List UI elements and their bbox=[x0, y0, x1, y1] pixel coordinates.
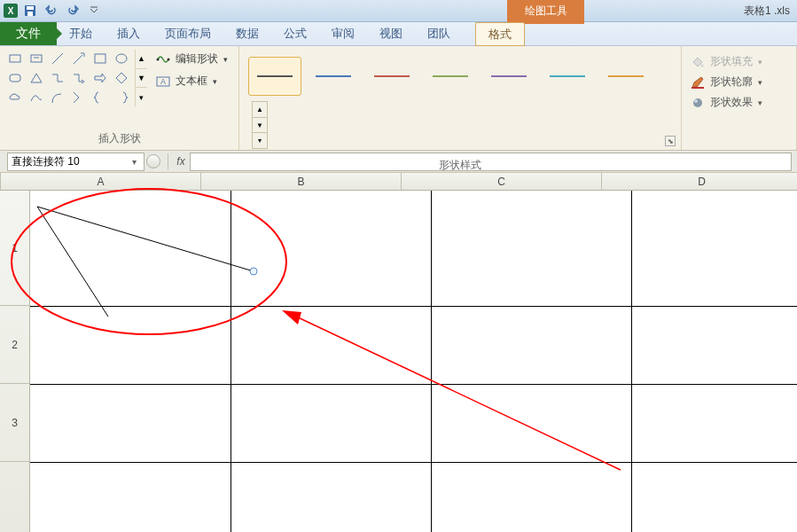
text-box-button[interactable]: A 文本框 ▾ bbox=[152, 72, 231, 90]
name-box-dropdown-icon[interactable]: ▾ bbox=[128, 157, 140, 167]
shape-brace-icon[interactable] bbox=[90, 89, 110, 106]
svg-point-18 bbox=[693, 98, 702, 107]
group-label-insert-shapes: 插入形状 bbox=[5, 129, 233, 148]
shape-textbox-icon[interactable] bbox=[27, 50, 46, 67]
svg-rect-5 bbox=[31, 55, 42, 62]
tab-insert[interactable]: 插入 bbox=[105, 22, 152, 45]
svg-point-13 bbox=[168, 58, 170, 60]
cells-area[interactable] bbox=[30, 191, 797, 532]
svg-rect-1 bbox=[27, 6, 34, 10]
shape-block-arrow-icon[interactable] bbox=[90, 69, 110, 87]
column-header[interactable]: C bbox=[402, 173, 602, 190]
row-header[interactable]: 2 bbox=[0, 306, 29, 384]
shape-diamond-icon[interactable] bbox=[112, 69, 131, 87]
edit-shape-button[interactable]: 编辑形状 ▾ bbox=[152, 50, 231, 68]
shapes-gallery[interactable] bbox=[5, 50, 131, 106]
tab-data[interactable]: 数据 bbox=[223, 22, 271, 45]
shape-outline-button[interactable]: 形状轮廓 ▾ bbox=[687, 72, 791, 92]
tab-review[interactable]: 审阅 bbox=[319, 22, 367, 45]
style-thumb[interactable] bbox=[248, 57, 301, 96]
shape-fill-button[interactable]: 形状填充 ▾ bbox=[687, 51, 791, 72]
gallery-spinner: ▲▼▾ bbox=[252, 101, 268, 149]
svg-rect-4 bbox=[10, 55, 20, 62]
style-thumb[interactable] bbox=[541, 57, 594, 96]
save-button[interactable] bbox=[21, 2, 39, 20]
redo-button[interactable] bbox=[64, 2, 82, 20]
gallery-up[interactable]: ▲ bbox=[253, 102, 267, 118]
shape-rectangle-icon[interactable] bbox=[5, 50, 25, 67]
tab-team[interactable]: 团队 bbox=[415, 22, 463, 45]
svg-rect-11 bbox=[10, 74, 20, 82]
shapes-scroll-down[interactable]: ▼ bbox=[136, 68, 147, 88]
title-bar: X 绘图工具 表格1 .xls bbox=[0, 0, 797, 22]
ribbon-tabs: 文件 开始 插入 页面布局 数据 公式 审阅 视图 团队 格式 bbox=[0, 22, 797, 46]
svg-line-8 bbox=[74, 55, 82, 64]
chevron-down-icon: ▾ bbox=[758, 98, 762, 107]
quick-access-toolbar bbox=[21, 2, 103, 20]
shape-cloud-icon[interactable] bbox=[5, 89, 25, 106]
effects-icon bbox=[691, 96, 705, 110]
column-header[interactable]: D bbox=[602, 173, 797, 190]
document-title: 表格1 .xls bbox=[744, 4, 790, 19]
shape-bracket-icon[interactable] bbox=[112, 89, 131, 106]
shape-arrow-icon[interactable] bbox=[69, 50, 89, 67]
tab-format[interactable]: 格式 bbox=[475, 22, 525, 47]
select-all-button[interactable] bbox=[0, 173, 1, 190]
shapes-scroll-up[interactable]: ▲ bbox=[136, 50, 147, 68]
shape-triangle-icon[interactable] bbox=[27, 69, 46, 87]
shape-styles-gallery[interactable]: ▲▼▾ bbox=[245, 50, 676, 156]
svg-rect-2 bbox=[27, 12, 33, 16]
svg-point-19 bbox=[694, 99, 698, 103]
name-box[interactable]: 直接连接符 10 ▾ bbox=[7, 153, 145, 171]
shape-effects-button[interactable]: 形状效果 ▾ bbox=[687, 92, 791, 113]
shape-rounded-rect-icon[interactable] bbox=[5, 69, 25, 87]
group-shape-styles: ▲▼▾ 形状样式 ⬊ bbox=[239, 46, 682, 150]
chevron-down-icon: ▾ bbox=[758, 58, 762, 66]
fx-button[interactable]: fx bbox=[172, 153, 190, 170]
shape-oval-icon[interactable] bbox=[112, 50, 131, 67]
edit-shape-icon bbox=[156, 52, 170, 66]
style-thumb[interactable] bbox=[424, 57, 477, 96]
row-header[interactable]: 1 bbox=[0, 191, 29, 306]
shape-chevron-icon[interactable] bbox=[69, 89, 89, 106]
tab-formulas[interactable]: 公式 bbox=[271, 22, 319, 45]
style-thumb[interactable] bbox=[482, 57, 535, 96]
contextual-tab-group: 绘图工具 bbox=[507, 0, 584, 22]
gallery-more[interactable]: ▾ bbox=[253, 133, 267, 148]
undo-button[interactable] bbox=[43, 2, 60, 20]
shape-rect2-icon[interactable] bbox=[90, 50, 110, 67]
tab-home[interactable]: 开始 bbox=[57, 22, 105, 45]
gallery-down[interactable]: ▼ bbox=[253, 118, 267, 134]
namebox-expand[interactable] bbox=[146, 154, 160, 168]
edit-shape-label: 编辑形状 bbox=[176, 51, 218, 66]
column-header[interactable]: B bbox=[201, 173, 402, 190]
worksheet: ABCD 123 bbox=[0, 173, 797, 532]
ribbon-body: ▲ ▼ ▾ 编辑形状 ▾ A 文本框 ▾ 插入形状 ▲▼▾ 形状样式 bbox=[0, 46, 797, 151]
svg-point-16 bbox=[700, 64, 704, 67]
svg-line-7 bbox=[52, 53, 63, 64]
tab-file[interactable]: 文件 bbox=[0, 22, 57, 45]
shape-elbow-arrow-icon[interactable] bbox=[69, 69, 89, 87]
shape-outline-label: 形状轮廓 bbox=[710, 74, 753, 90]
app-icon: X bbox=[4, 4, 18, 18]
tab-view[interactable]: 视图 bbox=[367, 22, 415, 45]
shape-arc-icon[interactable] bbox=[48, 89, 67, 106]
svg-text:A: A bbox=[160, 77, 166, 86]
qat-customize-icon[interactable] bbox=[85, 2, 103, 20]
shape-elbow-icon[interactable] bbox=[48, 69, 67, 87]
shapes-more[interactable]: ▾ bbox=[136, 87, 147, 106]
chevron-down-icon: ▾ bbox=[758, 78, 762, 87]
row-header[interactable]: 3 bbox=[0, 384, 29, 462]
style-thumb[interactable] bbox=[599, 57, 652, 96]
shape-line-icon[interactable] bbox=[48, 50, 67, 67]
svg-rect-9 bbox=[95, 54, 105, 63]
style-thumb[interactable] bbox=[365, 57, 418, 96]
dialog-launcher-icon[interactable]: ⬊ bbox=[665, 136, 676, 146]
column-header[interactable]: A bbox=[1, 173, 201, 190]
tab-page-layout[interactable]: 页面布局 bbox=[152, 22, 223, 45]
row-headers: 123 bbox=[0, 191, 30, 532]
text-box-label: 文本框 bbox=[176, 74, 207, 89]
style-thumb[interactable] bbox=[307, 57, 360, 96]
svg-point-12 bbox=[157, 58, 160, 60]
shape-curve-icon[interactable] bbox=[27, 89, 46, 106]
